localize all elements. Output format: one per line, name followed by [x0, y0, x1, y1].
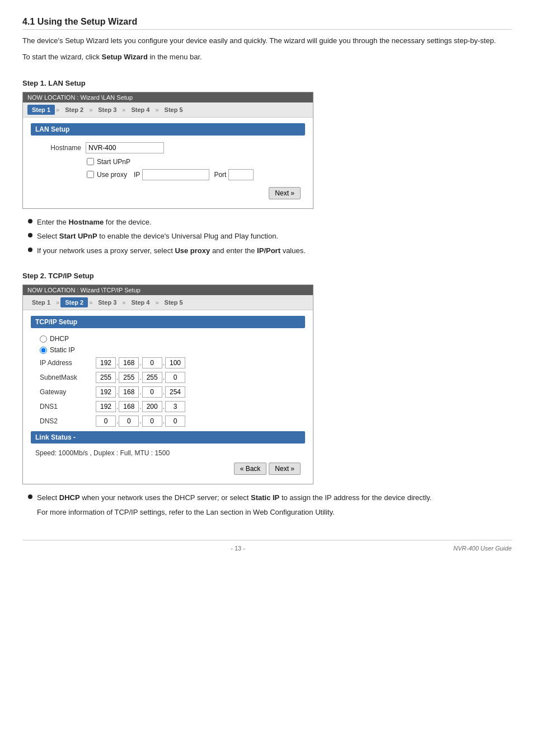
step1-tab-step3[interactable]: Step 3 — [93, 105, 121, 115]
step1-section-bar: LAN Setup — [31, 123, 305, 136]
step2-wizard-body: TCP/IP Setup DHCP Static IP IP Address .… — [23, 310, 313, 484]
step1-wizard-box: NOW LOCATION : Wizard \LAN Setup Step 1 … — [22, 92, 313, 209]
gw-o1[interactable] — [96, 386, 116, 398]
dns2-o2[interactable] — [119, 416, 139, 427]
dhcp-radio-row: DHCP — [40, 335, 305, 343]
step2-back-button[interactable]: « Back — [234, 463, 267, 475]
static-ip-radio-row: Static IP — [40, 346, 305, 354]
proxy-ip-input[interactable] — [142, 169, 209, 180]
step2-location-bar: NOW LOCATION : Wizard \TCP/IP Setup — [23, 285, 313, 295]
step2-steps-bar: Step 1 » Step 2 » Step 3 » Step 4 » Step… — [23, 295, 313, 310]
ip-o3[interactable] — [142, 357, 162, 368]
sm-o3[interactable] — [142, 372, 162, 383]
bullet-item-tcpip-info: For more information of TCP/IP settings,… — [28, 507, 512, 518]
dns2-o4[interactable] — [165, 416, 185, 427]
step2-tab-step1[interactable]: Step 1 — [27, 297, 55, 307]
step1-tab-step5[interactable]: Step 5 — [160, 105, 188, 115]
link-status-bar: Link Status - — [31, 431, 305, 444]
step2-tab-step4[interactable]: Step 4 — [127, 297, 154, 307]
dns2-o3[interactable] — [142, 416, 162, 427]
step2-footer: « Back Next » — [31, 459, 305, 476]
ip-o4[interactable] — [165, 357, 185, 368]
dns1-o4[interactable] — [165, 401, 185, 412]
step2-wizard-box: NOW LOCATION : Wizard \TCP/IP Setup Step… — [22, 284, 313, 484]
section-title: 4.1 Using the Setup Wizard — [22, 17, 512, 30]
step1-footer: Next » — [31, 184, 305, 200]
step1-tab-step2[interactable]: Step 2 — [60, 105, 88, 115]
ip-o2[interactable] — [119, 357, 139, 368]
hostname-input[interactable] — [86, 142, 164, 153]
gateway-row: Gateway . . . — [40, 386, 305, 398]
subnet-mask-group: . . . — [96, 372, 185, 383]
setup-wizard-bold: Setup Wizard — [102, 53, 148, 61]
dns1-o2[interactable] — [119, 401, 139, 412]
step1-label: Step 1. LAN Setup — [22, 79, 512, 87]
dns1-label: DNS1 — [40, 403, 96, 410]
hostname-row: Hostname — [31, 142, 305, 153]
ip-address-label: IP Address — [40, 359, 96, 367]
step1-tab-step1[interactable]: Step 1 — [27, 105, 55, 115]
gw-o3[interactable] — [142, 386, 162, 398]
step2-sep4: » — [155, 299, 158, 306]
start-upnp-checkbox[interactable] — [87, 158, 94, 165]
dns1-o3[interactable] — [142, 401, 162, 412]
step1-sep4: » — [155, 106, 158, 113]
ip-address-group: . . . — [96, 357, 185, 368]
hostname-label: Hostname — [31, 144, 81, 152]
dns2-group: . . . — [96, 416, 185, 427]
dhcp-radio[interactable] — [40, 335, 47, 343]
dns1-o1[interactable] — [96, 401, 116, 412]
bullet-dot-3 — [28, 248, 32, 252]
ip-o1[interactable] — [96, 357, 116, 368]
dns2-row: DNS2 . . . — [40, 416, 305, 427]
step1-sep2: » — [89, 106, 92, 113]
footer: NVR-400 User Guide - 13 - — [22, 540, 512, 552]
intro-para-2: To start the wizard, click Setup Wizard … — [22, 52, 512, 63]
use-proxy-row: Use proxy IP Port — [87, 169, 305, 180]
step1-sep3: » — [122, 106, 125, 113]
static-ip-radio[interactable] — [40, 347, 47, 354]
footer-page-number: - 13 - — [231, 545, 245, 552]
step1-next-button[interactable]: Next » — [269, 187, 301, 199]
step2-sep2: » — [89, 299, 92, 306]
dns2-label: DNS2 — [40, 417, 96, 425]
step1-steps-bar: Step 1 » Step 2 » Step 3 » Step 4 » Step… — [23, 102, 313, 118]
bullet-dot-2 — [28, 233, 32, 237]
footer-guide-name: NVR-400 User Guide — [453, 545, 512, 552]
use-proxy-label: Use proxy — [97, 171, 127, 179]
step2-next-button[interactable]: Next » — [269, 463, 301, 475]
dhcp-label: DHCP — [50, 335, 69, 343]
step2-sep3: » — [122, 299, 125, 306]
step2-label: Step 2. TCP/IP Setup — [22, 272, 512, 280]
step1-sep1: » — [56, 106, 59, 113]
dns1-row: DNS1 . . . — [40, 401, 305, 412]
ip-label: IP — [134, 171, 140, 179]
proxy-port-input[interactable] — [228, 169, 254, 180]
sm-o2[interactable] — [119, 372, 139, 383]
bullet-dot-4 — [28, 494, 32, 499]
step1-tab-step4[interactable]: Step 4 — [127, 105, 154, 115]
step2-tab-step3[interactable]: Step 3 — [93, 297, 121, 307]
step2-section-bar: TCP/IP Setup — [31, 316, 305, 328]
bullet-item-dhcp: Select DHCP when your network uses the D… — [28, 492, 512, 503]
step2-tab-step2[interactable]: Step 2 — [60, 297, 88, 307]
subnet-mask-row: SubnetMask . . . — [40, 372, 305, 383]
sm-o1[interactable] — [96, 372, 116, 383]
use-proxy-checkbox[interactable] — [87, 171, 94, 178]
intro-para-1: The device's Setup Wizard lets you confi… — [22, 35, 512, 47]
port-label: Port — [214, 171, 226, 179]
step2-sep1: » — [56, 299, 59, 306]
gateway-group: . . . — [96, 386, 185, 398]
dns2-o1[interactable] — [96, 416, 116, 427]
bullet-item-hostname: Enter the Hostname for the device. — [28, 217, 512, 228]
static-ip-label: Static IP — [50, 346, 75, 354]
step2-tab-step5[interactable]: Step 5 — [160, 297, 188, 307]
sm-o4[interactable] — [165, 372, 185, 383]
gw-o4[interactable] — [165, 386, 185, 398]
link-status-text: Speed: 1000Mb/s , Duplex : Full, MTU : 1… — [31, 447, 305, 459]
start-upnp-row: Start UPnP — [87, 158, 305, 166]
step1-bullet-list: Enter the Hostname for the device. Selec… — [28, 217, 512, 256]
bullet-item-proxy: If your network uses a proxy server, sel… — [28, 245, 512, 256]
ip-address-row: IP Address . . . — [40, 357, 305, 368]
gw-o2[interactable] — [119, 386, 139, 398]
